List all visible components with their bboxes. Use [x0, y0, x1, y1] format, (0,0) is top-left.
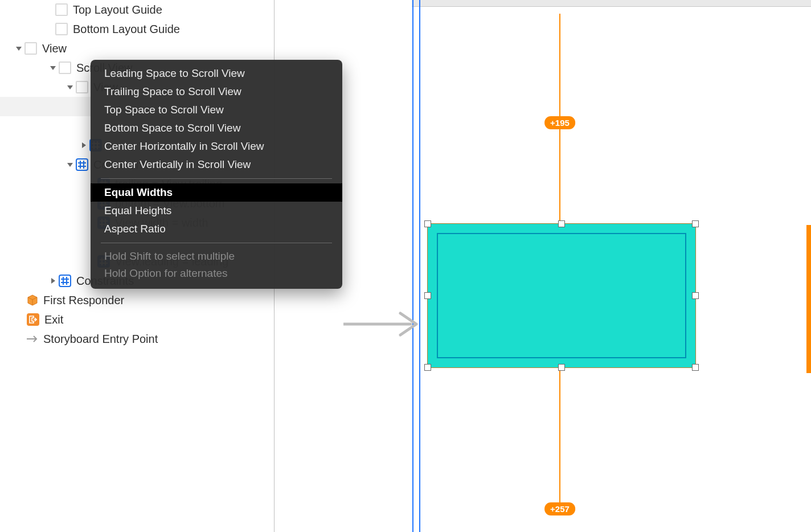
- menu-label: Top Space to Scroll View: [104, 104, 224, 116]
- selected-view-margin: [437, 233, 686, 358]
- view-icon: [55, 22, 68, 36]
- scene-left-guide: [412, 0, 413, 532]
- outline-label: View: [42, 42, 67, 55]
- menu-item-aspect-ratio[interactable]: Aspect Ratio: [91, 220, 342, 238]
- menu-item-equal-heights[interactable]: Equal Heights: [91, 202, 342, 220]
- menu-hint-option: Hold Option for alternates: [91, 265, 342, 282]
- outline-label: Bottom Layout Guide: [73, 23, 180, 36]
- resize-handle-mr[interactable]: [692, 292, 699, 299]
- resize-handle-tc[interactable]: [558, 220, 565, 227]
- outline-item-bottom-layout-guide[interactable]: Bottom Layout Guide: [0, 19, 274, 39]
- cube-icon: [26, 294, 39, 306]
- outline-label: Top Layout Guide: [73, 3, 162, 17]
- badge-value: +195: [550, 118, 570, 128]
- badge-value: +257: [550, 504, 570, 514]
- outline-item-exit[interactable]: Exit: [0, 310, 274, 329]
- constraint-icon: [58, 274, 72, 288]
- menu-label: Trailing Space to Scroll View: [104, 85, 241, 97]
- view-icon: [55, 3, 68, 17]
- disclosure-triangle-icon[interactable]: [49, 62, 57, 74]
- menu-item-center-horizontally[interactable]: Center Horizontally in Scroll View: [91, 137, 342, 155]
- resize-handle-tl[interactable]: [424, 220, 431, 227]
- disclosure-triangle-icon[interactable]: [66, 81, 74, 93]
- constraint-offset-badge-bottom[interactable]: +257: [544, 502, 575, 515]
- constraint-icon: [75, 158, 89, 171]
- outline-item-entry-point[interactable]: Storyboard Entry Point: [0, 329, 274, 349]
- resize-handle-ml[interactable]: [424, 292, 431, 299]
- menu-label: Equal Heights: [104, 204, 171, 216]
- interface-builder-canvas[interactable]: +195 +257: [275, 0, 811, 532]
- constraint-offset-badge-top[interactable]: +195: [544, 116, 575, 129]
- outline-item-top-layout-guide[interactable]: Top Layout Guide: [0, 0, 274, 19]
- exit-icon: [26, 313, 40, 326]
- view-icon: [75, 80, 89, 94]
- disclosure-triangle-icon[interactable]: [66, 159, 74, 171]
- menu-separator: [101, 243, 332, 243]
- outline-label: Storyboard Entry Point: [43, 333, 158, 346]
- menu-item-trailing-space[interactable]: Trailing Space to Scroll View: [91, 83, 342, 101]
- menu-label: Bottom Space to Scroll View: [104, 122, 240, 134]
- disclosure-triangle-icon[interactable]: [15, 43, 23, 55]
- selected-view[interactable]: [428, 224, 695, 367]
- menu-label: Leading Space to Scroll View: [104, 67, 245, 79]
- disclosure-triangle-icon[interactable]: [49, 275, 57, 287]
- pin-constraint-context-menu: Leading Space to Scroll View Trailing Sp…: [91, 60, 342, 289]
- menu-separator: [101, 178, 332, 179]
- menu-label: Aspect Ratio: [104, 223, 166, 235]
- menu-item-top-space[interactable]: Top Space to Scroll View: [91, 101, 342, 119]
- scene-margin-guide: [419, 0, 420, 532]
- view-icon: [24, 42, 38, 55]
- outline-label: First Responder: [43, 294, 124, 307]
- menu-item-bottom-space[interactable]: Bottom Space to Scroll View: [91, 119, 342, 137]
- view-icon: [58, 61, 72, 75]
- menu-label: Center Vertically in Scroll View: [104, 158, 251, 170]
- menu-item-equal-widths[interactable]: Equal Widths: [91, 183, 342, 202]
- menu-label: Equal Widths: [104, 186, 173, 198]
- menu-item-leading-space[interactable]: Leading Space to Scroll View: [91, 64, 342, 83]
- resize-handle-bl[interactable]: [424, 364, 431, 371]
- disclosure-triangle-icon[interactable]: [80, 140, 88, 152]
- menu-hint-shift: Hold Shift to select multiple: [91, 248, 342, 265]
- menu-item-center-vertically[interactable]: Center Vertically in Scroll View: [91, 155, 342, 174]
- menu-label: Center Horizontally in Scroll View: [104, 140, 264, 152]
- outline-item-first-responder[interactable]: First Responder: [0, 290, 274, 310]
- offscreen-scene-edge: [806, 225, 811, 373]
- outline-item-view[interactable]: View: [0, 39, 274, 58]
- resize-handle-bc[interactable]: [558, 364, 565, 371]
- resize-handle-br[interactable]: [692, 364, 699, 371]
- arrow-right-icon: [26, 333, 39, 345]
- outline-label: Exit: [44, 313, 63, 326]
- storyboard-entry-arrow[interactable]: [343, 310, 423, 333]
- canvas-ruler: [412, 0, 811, 7]
- resize-handle-tr[interactable]: [692, 220, 699, 227]
